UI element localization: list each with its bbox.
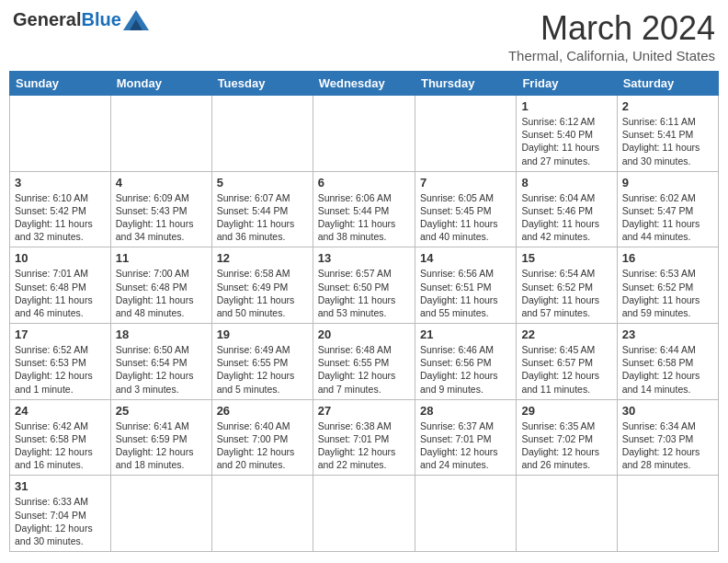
calendar-cell: 22Sunrise: 6:45 AM Sunset: 6:57 PM Dayli… [517,324,617,400]
day-info: Sunrise: 6:34 AM Sunset: 7:03 PM Dayligh… [622,419,713,472]
day-number: 27 [318,404,410,418]
day-number: 1 [521,99,611,113]
day-info: Sunrise: 6:38 AM Sunset: 7:01 PM Dayligh… [318,419,410,472]
day-info: Sunrise: 6:54 AM Sunset: 6:52 PM Dayligh… [521,267,611,319]
calendar-cell: 19Sunrise: 6:49 AM Sunset: 6:55 PM Dayli… [211,324,313,400]
calendar-cell: 25Sunrise: 6:41 AM Sunset: 6:59 PM Dayli… [110,399,211,476]
day-number: 12 [217,251,308,265]
calendar-cell: 26Sunrise: 6:40 AM Sunset: 7:00 PM Dayli… [211,399,313,476]
day-info: Sunrise: 6:07 AM Sunset: 5:44 PM Dayligh… [217,191,308,244]
weekday-header: Wednesday [313,72,415,96]
calendar-week-row: 31Sunrise: 6:33 AM Sunset: 7:04 PM Dayli… [10,476,719,552]
weekday-header: Sunday [10,72,111,96]
calendar-cell: 8Sunrise: 6:04 AM Sunset: 5:46 PM Daylig… [517,171,617,247]
calendar-cell: 2Sunrise: 6:11 AM Sunset: 5:41 PM Daylig… [617,96,718,172]
calendar-cell: 18Sunrise: 6:50 AM Sunset: 6:54 PM Dayli… [110,324,211,400]
day-number: 4 [116,176,207,190]
calendar-week-row: 24Sunrise: 6:42 AM Sunset: 6:58 PM Dayli… [10,399,719,476]
calendar-cell [313,96,415,172]
calendar-cell [415,476,516,552]
logo: General Blue [13,9,149,30]
day-info: Sunrise: 7:00 AM Sunset: 6:48 PM Dayligh… [116,267,207,319]
logo-icon [123,10,149,30]
day-number: 3 [15,176,106,190]
calendar-cell [211,476,313,552]
day-info: Sunrise: 6:46 AM Sunset: 6:56 PM Dayligh… [420,343,511,396]
day-number: 18 [116,327,207,341]
calendar-cell: 5Sunrise: 6:07 AM Sunset: 5:44 PM Daylig… [211,171,313,247]
calendar-cell: 28Sunrise: 6:37 AM Sunset: 7:01 PM Dayli… [415,399,516,476]
calendar-cell: 29Sunrise: 6:35 AM Sunset: 7:02 PM Dayli… [517,399,617,476]
day-number: 19 [217,327,308,341]
day-info: Sunrise: 6:02 AM Sunset: 5:47 PM Dayligh… [622,191,713,244]
day-info: Sunrise: 6:05 AM Sunset: 5:45 PM Dayligh… [420,191,511,244]
day-info: Sunrise: 7:01 AM Sunset: 6:48 PM Dayligh… [15,267,106,319]
weekday-header: Saturday [617,72,718,96]
day-info: Sunrise: 6:45 AM Sunset: 6:57 PM Dayligh… [521,343,611,396]
calendar-cell: 23Sunrise: 6:44 AM Sunset: 6:58 PM Dayli… [617,324,718,400]
day-number: 13 [318,251,410,265]
weekday-header: Monday [110,72,211,96]
calendar-cell: 17Sunrise: 6:52 AM Sunset: 6:53 PM Dayli… [10,324,111,400]
calendar-cell: 1Sunrise: 6:12 AM Sunset: 5:40 PM Daylig… [517,96,617,172]
day-info: Sunrise: 6:49 AM Sunset: 6:55 PM Dayligh… [217,343,308,396]
calendar-cell [313,476,415,552]
calendar-cell: 15Sunrise: 6:54 AM Sunset: 6:52 PM Dayli… [517,247,617,324]
calendar-cell [517,476,617,552]
calendar-cell [617,476,718,552]
calendar-cell: 11Sunrise: 7:00 AM Sunset: 6:48 PM Dayli… [110,247,211,324]
day-info: Sunrise: 6:12 AM Sunset: 5:40 PM Dayligh… [521,115,611,167]
day-info: Sunrise: 6:33 AM Sunset: 7:04 PM Dayligh… [15,495,106,547]
day-number: 21 [420,327,511,341]
calendar-week-row: 3Sunrise: 6:10 AM Sunset: 5:42 PM Daylig… [10,171,719,247]
day-number: 23 [622,327,713,341]
weekday-header: Thursday [415,72,516,96]
page-header: General Blue March 2024 Thermal, Califor… [9,9,719,63]
day-info: Sunrise: 6:53 AM Sunset: 6:52 PM Dayligh… [622,267,713,319]
day-number: 16 [622,251,713,265]
day-info: Sunrise: 6:44 AM Sunset: 6:58 PM Dayligh… [622,343,713,396]
calendar-week-row: 17Sunrise: 6:52 AM Sunset: 6:53 PM Dayli… [10,324,719,400]
calendar-cell: 24Sunrise: 6:42 AM Sunset: 6:58 PM Dayli… [10,399,111,476]
calendar-week-row: 1Sunrise: 6:12 AM Sunset: 5:40 PM Daylig… [10,96,719,172]
day-info: Sunrise: 6:06 AM Sunset: 5:44 PM Dayligh… [318,191,410,244]
calendar-week-row: 10Sunrise: 7:01 AM Sunset: 6:48 PM Dayli… [10,247,719,324]
day-number: 9 [622,176,713,190]
day-info: Sunrise: 6:04 AM Sunset: 5:46 PM Dayligh… [521,191,611,244]
calendar-cell: 4Sunrise: 6:09 AM Sunset: 5:43 PM Daylig… [110,171,211,247]
day-info: Sunrise: 6:42 AM Sunset: 6:58 PM Dayligh… [15,419,106,472]
day-number: 31 [15,479,106,493]
day-info: Sunrise: 6:10 AM Sunset: 5:42 PM Dayligh… [15,191,106,244]
calendar-cell: 7Sunrise: 6:05 AM Sunset: 5:45 PM Daylig… [415,171,516,247]
day-number: 11 [116,251,207,265]
calendar-table: SundayMondayTuesdayWednesdayThursdayFrid… [9,71,719,552]
day-info: Sunrise: 6:40 AM Sunset: 7:00 PM Dayligh… [217,419,308,472]
day-info: Sunrise: 6:50 AM Sunset: 6:54 PM Dayligh… [116,343,207,396]
calendar-cell [211,96,313,172]
weekday-header-row: SundayMondayTuesdayWednesdayThursdayFrid… [10,72,719,96]
calendar-cell [110,96,211,172]
day-number: 28 [420,404,511,418]
calendar-cell [110,476,211,552]
day-number: 29 [521,404,611,418]
location-title: Thermal, California, United States [508,48,715,63]
day-number: 22 [521,327,611,341]
day-info: Sunrise: 6:11 AM Sunset: 5:41 PM Dayligh… [622,115,713,167]
day-number: 20 [318,327,410,341]
calendar-cell: 16Sunrise: 6:53 AM Sunset: 6:52 PM Dayli… [617,247,718,324]
day-number: 5 [217,176,308,190]
day-number: 6 [318,176,410,190]
calendar-cell: 21Sunrise: 6:46 AM Sunset: 6:56 PM Dayli… [415,324,516,400]
calendar-cell: 10Sunrise: 7:01 AM Sunset: 6:48 PM Dayli… [10,247,111,324]
day-info: Sunrise: 6:48 AM Sunset: 6:55 PM Dayligh… [318,343,410,396]
day-info: Sunrise: 6:41 AM Sunset: 6:59 PM Dayligh… [116,419,207,472]
day-number: 8 [521,176,611,190]
month-title: March 2024 [508,9,715,48]
calendar-cell [415,96,516,172]
logo-general-text: General [13,9,81,30]
calendar-cell: 30Sunrise: 6:34 AM Sunset: 7:03 PM Dayli… [617,399,718,476]
day-number: 14 [420,251,511,265]
calendar-cell: 27Sunrise: 6:38 AM Sunset: 7:01 PM Dayli… [313,399,415,476]
calendar-cell: 3Sunrise: 6:10 AM Sunset: 5:42 PM Daylig… [10,171,111,247]
day-number: 25 [116,404,207,418]
